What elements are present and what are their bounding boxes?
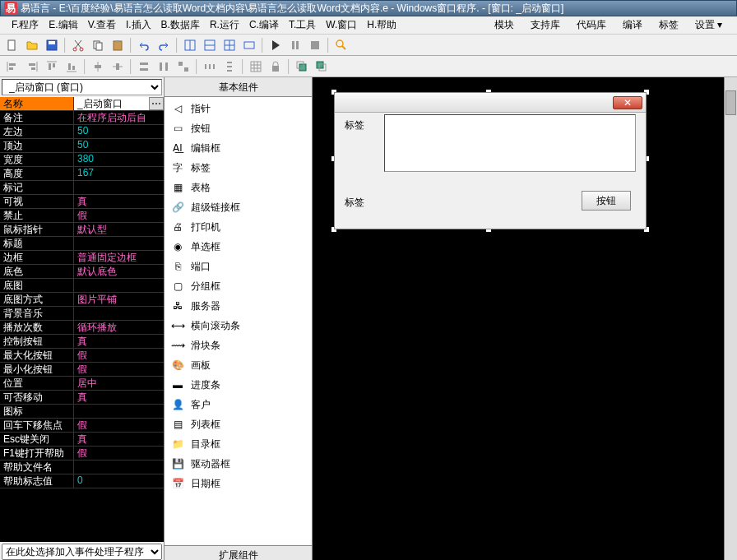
center-v-icon[interactable] [109,58,127,76]
menu-edit[interactable]: E.编辑 [44,16,82,34]
property-row[interactable]: 底图方式图片平铺 [0,293,164,307]
open-icon[interactable] [23,36,41,54]
property-row[interactable]: 位置居中 [0,377,164,391]
undo-icon[interactable] [135,36,153,54]
copy-icon[interactable] [89,36,107,54]
component-item[interactable]: 字标签 [166,158,310,178]
property-row[interactable]: 标题 [0,237,164,251]
cut-icon[interactable] [69,36,87,54]
property-row[interactable]: 宽度380 [0,153,164,167]
save-icon[interactable] [43,36,61,54]
property-row[interactable]: Esc键关闭真 [0,433,164,447]
property-row[interactable]: 可否移动真 [0,391,164,405]
lock-icon[interactable] [267,58,285,76]
event-selector[interactable]: 在此处选择加入事件处理子程序 [2,544,162,560]
center-h-icon[interactable] [89,58,107,76]
menu-database[interactable]: B.数据库 [156,16,205,34]
menu-help[interactable]: H.帮助 [362,16,401,34]
property-row[interactable]: 鼠标指针默认型 [0,223,164,237]
menu-compile[interactable]: C.编译 [244,16,284,34]
property-row[interactable]: 帮助标志值0 [0,474,164,488]
preview-button[interactable]: 按钮 [582,191,631,211]
property-row[interactable]: 最大化按钮假 [0,349,164,363]
preview-editbox[interactable] [384,114,636,172]
property-row[interactable]: 可视真 [0,195,164,209]
component-item[interactable]: ▬进度条 [166,375,310,395]
property-row[interactable]: 高度167 [0,167,164,181]
component-item[interactable]: ⎘端口 [166,257,310,276]
property-grid[interactable]: 名称 _启动窗口 ⋯ 备注在程序启动后自左边50顶边50宽度380高度167标记… [0,97,164,542]
palette-extended[interactable]: 扩展组件 [165,545,312,560]
object-selector[interactable]: _启动窗口 (窗口) [2,79,162,95]
property-row[interactable]: 备注在程序启动后自 [0,111,164,125]
align-bottom-icon[interactable] [63,58,81,76]
property-row[interactable]: 边框普通固定边框 [0,251,164,265]
align-left-icon[interactable] [3,58,21,76]
find-icon[interactable] [332,36,350,54]
property-row[interactable]: 帮助文件名 [0,460,164,474]
component-item[interactable]: ◉单选框 [166,237,310,257]
layout1-icon[interactable] [181,36,199,54]
component-item[interactable]: 🖧服务器 [166,296,310,316]
preview-label-1[interactable]: 标签 [343,118,366,133]
design-canvas[interactable]: ✕ 标签 标签 按钮 _启动窗口 窗口程序集1 [313,77,737,560]
menu-window[interactable]: W.窗口 [321,16,362,34]
grid-icon[interactable] [247,58,265,76]
component-item[interactable]: ▦表格 [166,178,310,197]
same-size-icon[interactable] [174,58,192,76]
menu-compile2[interactable]: 编译 [614,16,651,34]
menu-run[interactable]: R.运行 [205,16,244,34]
prop-header-value[interactable]: _启动窗口 [74,97,149,110]
send-back-icon[interactable] [313,58,331,76]
property-row[interactable]: F1键打开帮助假 [0,447,164,460]
component-item[interactable]: ⟿滑块条 [166,336,310,355]
component-item[interactable]: 💾驱动器框 [166,454,310,474]
component-item[interactable]: 📁目录框 [166,434,310,454]
menu-codelib[interactable]: 代码库 [568,16,614,34]
property-row[interactable]: 左边50 [0,125,164,139]
menu-settings[interactable]: 设置 ▾ [687,16,730,34]
component-item[interactable]: 🔗超级链接框 [166,197,310,217]
component-item[interactable]: ▢分组框 [166,276,310,296]
preview-label-2[interactable]: 标签 [343,195,366,211]
property-row[interactable]: 标记 [0,181,164,195]
component-item[interactable]: 🖨打印机 [166,217,310,237]
component-item[interactable]: ⟷横向滚动条 [166,316,310,336]
menu-support[interactable]: 支持库 [522,16,568,34]
component-list[interactable]: ◁指针▭按钮A͟I编辑框字标签▦表格🔗超级链接框🖨打印机◉单选框⎘端口▢分组框🖧… [165,97,312,545]
property-row[interactable]: 图标 [0,405,164,419]
menu-program[interactable]: F.程序 [7,16,44,34]
dist-v-icon[interactable] [220,58,239,76]
property-row[interactable]: 播放次数循环播放 [0,321,164,335]
vertical-scrollbar[interactable] [724,77,737,560]
property-row[interactable]: 控制按钮真 [0,335,164,349]
property-row[interactable]: 最小化按钮假 [0,363,164,377]
new-icon[interactable] [3,36,21,54]
property-row[interactable]: 底图 [0,279,164,293]
align-right-icon[interactable] [23,58,41,76]
run-icon[interactable] [267,36,285,54]
same-height-icon[interactable] [155,58,173,76]
menu-insert[interactable]: I.插入 [121,16,156,34]
bring-front-icon[interactable] [293,58,311,76]
component-item[interactable]: 🎨画板 [166,355,310,375]
menu-label[interactable]: 标签 [651,16,687,34]
layout3-icon[interactable] [220,36,239,54]
component-item[interactable]: ▭按钮 [166,118,310,138]
prop-ellipsis-button[interactable]: ⋯ [149,97,164,110]
close-icon[interactable]: ✕ [613,96,642,109]
layout4-icon[interactable] [240,36,258,54]
redo-icon[interactable] [155,36,173,54]
component-item[interactable]: A͟I编辑框 [166,138,310,158]
layout2-icon[interactable] [201,36,219,54]
property-row[interactable]: 回车下移焦点假 [0,419,164,433]
align-top-icon[interactable] [43,58,61,76]
stop-icon[interactable] [306,36,324,54]
component-item[interactable]: 👤客户 [166,395,310,414]
property-row[interactable]: 顶边50 [0,139,164,153]
form-preview[interactable]: ✕ 标签 标签 按钮 [334,92,647,229]
component-item[interactable]: 📅日期框 [166,474,310,493]
menu-module[interactable]: 模块 [486,16,522,34]
menu-view[interactable]: V.查看 [83,16,121,34]
same-width-icon[interactable] [135,58,153,76]
